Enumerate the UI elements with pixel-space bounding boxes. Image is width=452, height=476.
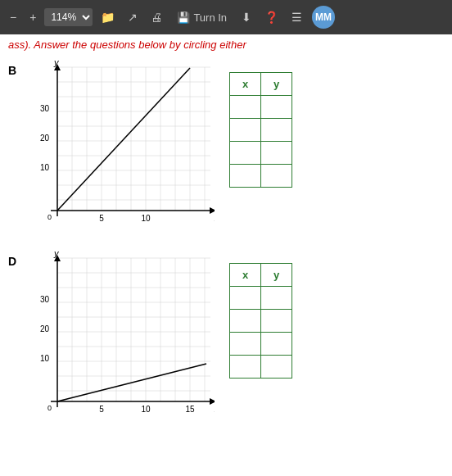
avatar: MM xyxy=(312,6,335,29)
svg-text:10: 10 xyxy=(40,163,50,172)
svg-text:5: 5 xyxy=(99,405,104,414)
svg-text:0: 0 xyxy=(47,404,52,412)
plus-icon: + xyxy=(29,11,36,24)
problem-d-section: D xyxy=(8,250,444,426)
folder-button[interactable]: 📁 xyxy=(96,7,120,27)
turn-in-label: Turn In xyxy=(193,11,227,24)
table-d-y-header: y xyxy=(261,264,292,287)
turn-in-button[interactable]: 💾 Turn In xyxy=(170,8,233,27)
table-row xyxy=(230,333,292,356)
table-d-container: x y xyxy=(229,258,292,379)
table-row xyxy=(230,142,292,165)
table-row xyxy=(230,119,292,142)
folder-icon: 📁 xyxy=(101,11,115,24)
svg-text:20: 20 xyxy=(40,134,50,143)
table-row xyxy=(230,96,292,119)
help-icon: ❓ xyxy=(264,11,278,24)
zoom-select[interactable]: 114% xyxy=(44,8,93,26)
problem-b-section: B xyxy=(8,59,444,235)
zoom-increase-button[interactable]: + xyxy=(25,7,41,27)
svg-line-33 xyxy=(57,68,190,211)
svg-text:10: 10 xyxy=(141,214,151,223)
svg-text:10: 10 xyxy=(141,405,151,414)
table-b-y-header: y xyxy=(261,73,292,96)
toolbar: − + 114% 📁 ↗ 🖨 💾 Turn In ⬇ ❓ ☰ MM xyxy=(0,0,452,34)
print-button[interactable]: 🖨 xyxy=(146,7,167,27)
problem-d-label: D xyxy=(8,255,20,268)
table-d: x y xyxy=(229,263,292,379)
problem-b-label: B xyxy=(8,64,20,77)
share-icon: ↗ xyxy=(128,11,138,24)
graph-b: 20 30 10 5 10 y x 0 xyxy=(34,59,215,235)
graph-d: 20 30 10 5 10 15 y x 0 xyxy=(34,250,215,426)
save-icon: 💾 xyxy=(177,11,190,24)
share-button[interactable]: ↗ xyxy=(123,7,142,27)
table-row xyxy=(230,310,292,333)
print-icon: 🖨 xyxy=(151,11,162,24)
table-row xyxy=(230,356,292,379)
svg-text:0: 0 xyxy=(47,213,52,221)
hamburger-icon: ☰ xyxy=(292,11,302,24)
table-b-container: x y xyxy=(229,67,292,188)
download-button[interactable]: ⬇ xyxy=(237,7,256,27)
svg-text:5: 5 xyxy=(99,214,104,223)
svg-text:15: 15 xyxy=(185,405,195,414)
svg-text:20: 20 xyxy=(40,324,50,333)
table-row xyxy=(230,287,292,310)
download-icon: ⬇ xyxy=(242,11,251,24)
table-row xyxy=(230,165,292,188)
svg-text:30: 30 xyxy=(40,104,50,113)
svg-text:y: y xyxy=(53,59,60,67)
graph-b-svg: 20 30 10 5 10 y x 0 xyxy=(34,59,215,235)
table-d-x-header: x xyxy=(230,264,261,287)
minus-icon: − xyxy=(10,11,16,24)
graph-d-svg: 20 30 10 5 10 15 y x 0 xyxy=(34,250,215,426)
svg-text:30: 30 xyxy=(40,295,50,304)
svg-text:x: x xyxy=(214,213,215,223)
table-b-x-header: x xyxy=(230,73,261,96)
svg-text:x: x xyxy=(214,404,215,414)
table-b: x y xyxy=(229,72,292,188)
help-button[interactable]: ❓ xyxy=(260,7,283,27)
zoom-decrease-button[interactable]: − xyxy=(5,7,21,27)
svg-text:10: 10 xyxy=(40,354,50,363)
svg-text:y: y xyxy=(53,250,60,258)
svg-line-68 xyxy=(57,364,206,401)
menu-button[interactable]: ☰ xyxy=(287,7,307,27)
content-area: ass). Answer the questions below by circ… xyxy=(0,34,452,476)
instruction-text: ass). Answer the questions below by circ… xyxy=(8,38,444,52)
